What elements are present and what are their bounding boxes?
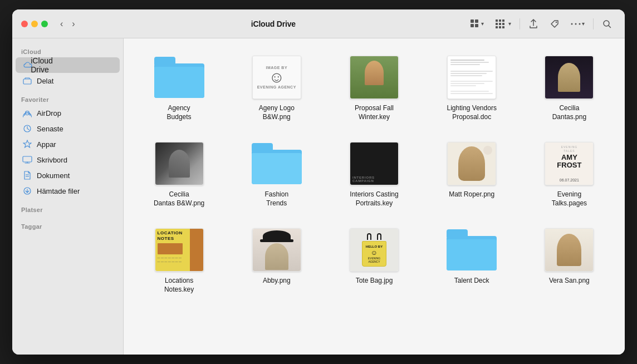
- file-item[interactable]: evening tales AMY FROST 06.07.2021 Eveni…: [525, 138, 614, 211]
- more-button[interactable]: ▾: [567, 18, 589, 29]
- search-button[interactable]: [598, 16, 616, 32]
- file-item[interactable]: CeciliaDantas B&W.png: [135, 138, 223, 211]
- sidebar-section-taggar: Taggar: [12, 220, 123, 232]
- file-item[interactable]: FashionTrends: [232, 138, 321, 211]
- airdrop-icon: [22, 108, 32, 118]
- file-item[interactable]: IMAGE BY ☺ EVENING AGENCY Ageny LogoB&W.…: [232, 52, 321, 125]
- file-label: Lighting VendorsProposal.doc: [447, 104, 496, 121]
- file-thumbnail: [541, 55, 597, 100]
- sidebar: iCloud iCloud Drive Delat: [12, 38, 124, 355]
- senaste-label: Senaste: [37, 125, 63, 133]
- share-button[interactable]: [525, 16, 542, 32]
- file-thumbnail: [151, 141, 207, 186]
- folder-icon: [252, 143, 302, 184]
- file-item[interactable]: Matt Roper.png: [428, 138, 516, 211]
- clock-icon: [22, 124, 32, 134]
- img-thumbnail: IMAGE BY ☺ EVENING AGENCY: [252, 56, 301, 99]
- svg-rect-7: [496, 23, 498, 25]
- img-thumbnail: [545, 56, 594, 99]
- delat-label: Delat: [37, 77, 53, 85]
- traffic-lights: [21, 21, 48, 27]
- icloud-drive-label: iCloud Drive: [37, 60, 47, 70]
- svg-rect-9: [502, 23, 504, 25]
- svg-point-15: [575, 23, 577, 24]
- airdrop-label: AirDrop: [37, 109, 61, 117]
- file-thumbnail: [151, 55, 207, 100]
- file-thumbnail: [249, 228, 305, 272]
- folder-icon: [447, 229, 497, 270]
- appar-label: Appar: [37, 140, 56, 149]
- file-item[interactable]: Proposal FallWinter.key: [330, 52, 418, 125]
- svg-rect-5: [499, 19, 501, 22]
- sidebar-section-favoriter: Favoriter: [12, 93, 123, 105]
- close-button[interactable]: [21, 21, 28, 27]
- svg-point-16: [579, 23, 581, 24]
- back-button[interactable]: ‹: [57, 17, 66, 31]
- skrivbord-icon: [22, 155, 32, 165]
- file-label: LocationsNotes.key: [164, 277, 194, 294]
- file-thumbnail: INTERIORS CAMPAIGN: [346, 141, 402, 186]
- img-thumbnail: LOCATION NOTES — — — — — — — — — — — — —…: [155, 228, 204, 272]
- tag-button[interactable]: [546, 16, 564, 32]
- file-item[interactable]: INTERIORS CAMPAIGN Interiors CastingPort…: [330, 138, 418, 211]
- file-label: Talent Deck: [454, 277, 489, 286]
- finder-window: ‹ › iCloud Drive ▾: [12, 9, 625, 355]
- view-list-button[interactable]: ▾: [491, 16, 515, 32]
- img-thumbnail: [252, 228, 301, 272]
- sidebar-item-senaste[interactable]: Senaste: [16, 121, 120, 136]
- toolbar-right: ▾ ▾: [466, 16, 616, 32]
- img-thumbnail: INTERIORS CAMPAIGN: [350, 142, 399, 185]
- file-item[interactable]: Abby.png: [232, 224, 321, 297]
- img-thumbnail: [447, 142, 496, 185]
- svg-rect-8: [499, 23, 501, 25]
- file-thumbnail: [346, 55, 402, 100]
- dokument-label: Dokument: [37, 171, 70, 180]
- sidebar-item-skrivbord[interactable]: Skrivbord: [16, 152, 120, 168]
- svg-rect-1: [475, 19, 478, 23]
- svg-rect-0: [471, 19, 474, 23]
- file-thumbnail: IMAGE BY ☺ EVENING AGENCY: [249, 55, 305, 100]
- file-thumbnail: evening tales AMY FROST 06.07.2021: [541, 141, 597, 186]
- img-thumbnail: [155, 142, 204, 185]
- img-thumbnail: evening tales AMY FROST 06.07.2021: [545, 142, 594, 185]
- file-item[interactable]: AgencyBudgets: [135, 52, 223, 125]
- file-thumbnail: [249, 141, 305, 186]
- file-label: Tote Bag.jpg: [356, 277, 393, 286]
- file-thumbnail: [444, 228, 499, 272]
- file-thumbnail: [444, 141, 499, 186]
- file-item[interactable]: Talent Deck: [428, 224, 516, 297]
- minimize-button[interactable]: [31, 21, 38, 27]
- sidebar-item-appar[interactable]: Appar: [16, 136, 120, 152]
- file-item[interactable]: Lighting VendorsProposal.doc: [428, 52, 516, 125]
- maximize-button[interactable]: [41, 21, 48, 27]
- file-grid: AgencyBudgets IMAGE BY ☺ EVENING AGENCY: [135, 52, 614, 298]
- svg-rect-11: [499, 26, 501, 28]
- file-item[interactable]: HELLO BY ☺ EVENING AGENCY To: [330, 224, 418, 297]
- img-thumbnail: [447, 56, 496, 99]
- file-label: FashionTrends: [264, 190, 288, 208]
- forward-button[interactable]: ›: [68, 17, 78, 31]
- img-thumbnail: [350, 56, 399, 99]
- view-grid-button[interactable]: ▾: [466, 16, 488, 32]
- folder-icon: [154, 57, 204, 98]
- file-item[interactable]: CeciliaDantas.png: [525, 52, 614, 125]
- file-label: EveningTalks.pages: [552, 190, 587, 208]
- file-item[interactable]: LOCATION NOTES — — — — — — — — — — — — —…: [135, 224, 223, 297]
- svg-rect-3: [475, 24, 478, 27]
- svg-rect-21: [23, 156, 32, 162]
- file-item[interactable]: Vera San.png: [525, 224, 614, 297]
- sidebar-item-dokument[interactable]: Dokument: [16, 168, 120, 183]
- main-layout: iCloud iCloud Drive Delat: [12, 38, 625, 355]
- file-thumbnail: HELLO BY ☺ EVENING AGENCY: [346, 228, 402, 272]
- file-label: CeciliaDantas B&W.png: [154, 190, 204, 208]
- hamtade-icon: [22, 186, 32, 196]
- svg-rect-18: [23, 79, 31, 84]
- appar-icon: [22, 139, 32, 149]
- sidebar-item-airdrop[interactable]: AirDrop: [16, 105, 120, 121]
- sidebar-item-icloud-drive[interactable]: iCloud Drive: [16, 57, 120, 73]
- file-label: AgencyBudgets: [167, 104, 192, 121]
- sidebar-item-hamtade[interactable]: Hämtade filer: [16, 183, 120, 199]
- sidebar-item-delat[interactable]: Delat: [16, 73, 120, 88]
- separator: [520, 18, 520, 29]
- dokument-icon: [22, 170, 32, 180]
